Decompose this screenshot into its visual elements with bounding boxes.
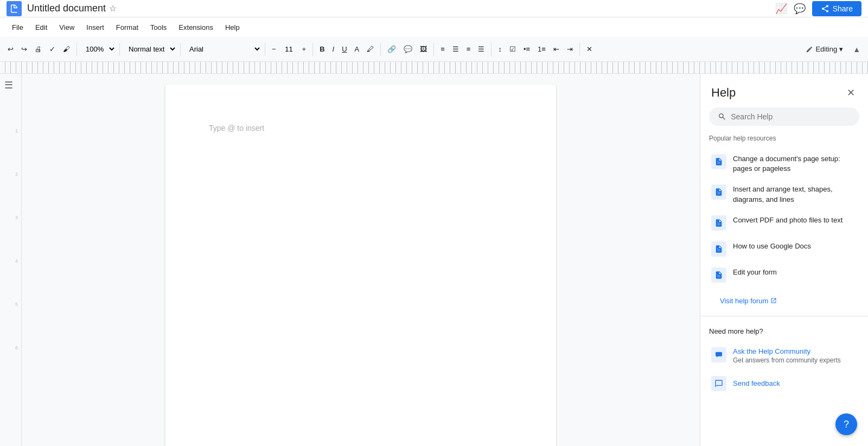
paint-format-button[interactable]: 🖌 (60, 43, 73, 55)
link-button[interactable]: 🔗 (384, 43, 399, 55)
decrease-indent-button[interactable]: ⇤ (550, 43, 563, 55)
help-item-text-2: Insert and arrange text, shapes, diagram… (733, 184, 857, 204)
send-feedback-text: Send feedback (733, 379, 780, 387)
line-number-4: 4 (0, 258, 21, 302)
floating-help-button[interactable]: ? (835, 413, 857, 435)
comment-toolbar-button[interactable]: 💬 (400, 43, 416, 55)
help-item-text-3: Convert PDF and photo files to text (733, 215, 843, 225)
image-button[interactable]: 🖼 (417, 43, 430, 55)
decrease-font-button[interactable]: − (269, 43, 279, 55)
community-sub: Get answers from community experts (733, 356, 841, 364)
font-size-input[interactable] (280, 45, 298, 53)
document-title-area: Untitled document ☆ (27, 3, 117, 14)
text-color-button[interactable]: A (352, 43, 363, 55)
search-icon (718, 112, 726, 122)
help-item-2[interactable]: Insert and arrange text, shapes, diagram… (709, 179, 859, 209)
help-item-icon-4 (711, 241, 726, 257)
toolbar-divider-6 (380, 43, 381, 56)
ruler (0, 62, 868, 74)
line-spacing-button[interactable]: ↕ (495, 43, 505, 55)
ruler-canvas (0, 62, 868, 73)
star-icon[interactable]: ☆ (109, 3, 117, 14)
checklist-button[interactable]: ☑ (506, 43, 519, 55)
font-select[interactable]: Arial Times New Roman Courier New (184, 42, 261, 56)
bullet-list-button[interactable]: •≡ (520, 43, 533, 55)
need-more-title: Need more help? (709, 327, 859, 335)
outline-icon[interactable]: ☰ (4, 80, 13, 91)
app-header: Untitled document ☆ 📈 💬 Share (0, 0, 868, 17)
menu-extensions[interactable]: Extensions (173, 21, 219, 34)
highlight-button[interactable]: 🖊 (363, 43, 377, 55)
help-search-input[interactable] (731, 112, 851, 121)
toolbar-divider-4 (265, 43, 265, 56)
document-page[interactable]: Type @ to insert (165, 85, 556, 446)
help-item-icon-5 (711, 267, 726, 283)
menu-file[interactable]: File (7, 21, 29, 34)
align-center-button[interactable]: ☰ (449, 43, 462, 55)
line-number-5: 5 (0, 302, 21, 345)
share-button[interactable]: Share (812, 1, 861, 16)
help-item-3[interactable]: Convert PDF and photo files to text (709, 210, 859, 236)
help-title: Help (711, 86, 736, 100)
menu-insert[interactable]: Insert (81, 21, 110, 34)
increase-indent-button[interactable]: ⇥ (564, 43, 576, 55)
help-item-text-4: How to use Google Docs (733, 241, 811, 251)
increase-font-button[interactable]: + (299, 43, 310, 55)
left-margin: ☰ 1 2 3 4 5 6 (0, 74, 22, 446)
bold-button[interactable]: B (316, 43, 328, 55)
redo-button[interactable]: ↪ (18, 43, 30, 55)
toolbar-divider-2 (119, 43, 120, 56)
spellcheck-button[interactable]: ✓ (46, 43, 59, 55)
align-left-button[interactable]: ≡ (437, 43, 448, 55)
need-more-help-section: Need more help? Ask the Help Community G… (700, 318, 868, 369)
help-item-icon-3 (711, 215, 726, 231)
editing-mode-dropdown[interactable]: Editing ▾ (800, 43, 848, 55)
ask-community-item[interactable]: Ask the Help Community Get answers from … (709, 342, 859, 369)
document-title[interactable]: Untitled document (27, 3, 106, 14)
undo-button[interactable]: ↩ (4, 43, 17, 55)
help-item-icon-1 (711, 154, 726, 169)
toolbar-divider-7 (433, 43, 434, 56)
line-number-2: 2 (0, 171, 21, 215)
docs-app-icon (7, 1, 22, 16)
editing-dropdown-chevron: ▾ (839, 45, 843, 53)
community-title: Ask the Help Community (733, 347, 841, 355)
justify-button[interactable]: ☰ (475, 43, 488, 55)
help-item-4[interactable]: How to use Google Docs (709, 236, 859, 262)
help-panel: Help ✕ Popular help resources Change a d… (700, 74, 868, 446)
visit-forum-link[interactable]: Visit help forum (709, 288, 859, 314)
toolbar-divider-3 (180, 43, 181, 56)
clear-format-button[interactable]: ✕ (583, 43, 596, 55)
help-item-5[interactable]: Edit your form (709, 262, 859, 288)
community-icon (711, 347, 726, 362)
comment-icon[interactable]: 💬 (794, 3, 806, 15)
line-number-3: 3 (0, 215, 21, 258)
print-button[interactable]: 🖨 (31, 43, 45, 55)
underline-button[interactable]: U (339, 43, 350, 55)
share-label: Share (833, 4, 853, 13)
menu-bar: File Edit View Insert Format Tools Exten… (0, 17, 868, 37)
numbered-list-button[interactable]: 1≡ (534, 43, 549, 55)
style-select[interactable]: Normal text Heading 1 Heading 2 Heading … (123, 42, 177, 56)
menu-tools[interactable]: Tools (145, 21, 172, 34)
italic-button[interactable]: I (329, 43, 338, 55)
zoom-select[interactable]: 100% 75% 150% (80, 42, 116, 56)
popular-help-title: Popular help resources (709, 135, 859, 142)
menu-help[interactable]: Help (220, 21, 245, 34)
help-search-bar[interactable] (709, 107, 859, 126)
type-hint: Type @ to insert (209, 124, 264, 132)
document-area[interactable]: Type @ to insert (22, 74, 700, 446)
send-feedback-item[interactable]: Send feedback (700, 369, 868, 398)
menu-view[interactable]: View (54, 21, 80, 34)
help-item-1[interactable]: Change a document's page setup: pages or… (709, 149, 859, 179)
visit-forum-text: Visit help forum (720, 297, 768, 305)
external-link-icon (770, 297, 777, 304)
trend-icon[interactable]: 📈 (775, 3, 787, 15)
collapse-toolbar-button[interactable]: ▲ (850, 43, 864, 56)
help-close-button[interactable]: ✕ (845, 85, 857, 101)
community-text: Ask the Help Community Get answers from … (733, 347, 841, 364)
help-item-icon-2 (711, 184, 726, 200)
align-right-button[interactable]: ≡ (463, 43, 474, 55)
menu-edit[interactable]: Edit (30, 21, 53, 34)
menu-format[interactable]: Format (111, 21, 144, 34)
